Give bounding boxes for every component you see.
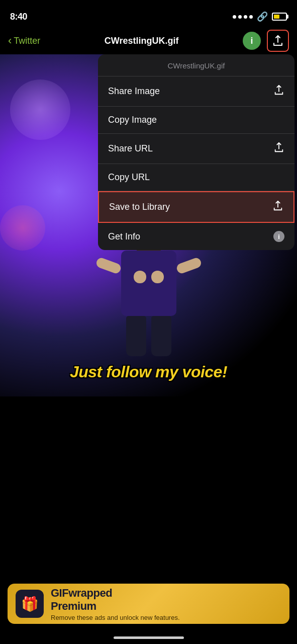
ad-subtitle: Remove these ads and unlock new features… (51, 614, 281, 621)
battery-fill (274, 15, 279, 19)
menu-item-copy-image[interactable]: Copy Image (98, 107, 294, 134)
menu-item-share-image[interactable]: Share Image (98, 76, 294, 107)
ad-brand-name: GIFwrapped (51, 587, 112, 599)
bokeh-1 (10, 79, 70, 140)
info-button-label: i (250, 36, 253, 46)
back-button[interactable]: ‹ Twitter (8, 34, 40, 47)
wrestler-right-arm (175, 257, 203, 275)
back-chevron-icon: ‹ (8, 34, 12, 47)
ad-premium-label: Premium (51, 600, 96, 612)
signal-dot-1 (233, 15, 236, 19)
dropdown-filename: CWrestlingUK.gif (98, 54, 294, 76)
menu-item-save-library[interactable]: Save to Library (98, 191, 294, 223)
menu-item-copy-url[interactable]: Copy URL (98, 164, 294, 191)
battery-indicator (272, 13, 287, 21)
ad-app-icon: 🎁 (16, 590, 44, 618)
hands-area (134, 271, 164, 283)
menu-item-save-library-label: Save to Library (109, 202, 170, 212)
leg-left (126, 316, 146, 356)
share-image-icon (273, 85, 284, 98)
leg-right (151, 316, 171, 356)
share-url-icon (273, 142, 284, 155)
signal-dot-2 (238, 15, 242, 19)
ad-banner[interactable]: 🎁 GIFwrapped Premium Remove these ads an… (8, 584, 289, 624)
ad-text: GIFwrapped Premium Remove these ads and … (51, 587, 281, 621)
signal-dot-3 (244, 15, 247, 19)
status-time: 8:40 (10, 12, 27, 22)
signal-dot-4 (249, 15, 253, 19)
hand-left (134, 271, 146, 283)
nav-title: CWrestlingUK.gif (105, 36, 179, 46)
menu-item-share-url-label: Share URL (108, 143, 153, 154)
share-button[interactable] (267, 30, 289, 52)
save-library-icon (272, 200, 283, 214)
menu-item-get-info-label: Get Info (108, 231, 140, 242)
menu-item-get-info[interactable]: Get Info i (98, 223, 294, 250)
wrestler-legs (126, 316, 171, 356)
info-button[interactable]: i (243, 32, 261, 50)
menu-item-copy-url-label: Copy URL (108, 172, 150, 183)
status-icons: 🔗 (233, 11, 287, 22)
back-label: Twitter (14, 36, 40, 46)
wrestler-left-arm (95, 257, 122, 275)
menu-item-share-image-label: Share Image (108, 86, 160, 97)
share-icon (272, 35, 284, 47)
link-icon: 🔗 (257, 11, 268, 22)
signal-dots (233, 15, 253, 19)
ad-app-name: GIFwrapped Premium (51, 587, 281, 613)
status-bar: 8:40 🔗 (0, 0, 297, 27)
nav-bar: ‹ Twitter CWrestlingUK.gif i (0, 27, 297, 54)
gif-caption: Just follow my voice! (0, 363, 297, 381)
bokeh-2 (0, 205, 45, 251)
hand-right (151, 271, 164, 283)
context-menu: CWrestlingUK.gif Share Image Copy Image … (98, 54, 294, 250)
menu-item-share-url[interactable]: Share URL (98, 134, 294, 164)
wrestler-torso (121, 251, 176, 316)
get-info-icon: i (273, 231, 284, 242)
menu-item-copy-image-label: Copy Image (108, 115, 157, 125)
nav-actions: i (243, 30, 289, 52)
home-indicator (114, 636, 184, 639)
